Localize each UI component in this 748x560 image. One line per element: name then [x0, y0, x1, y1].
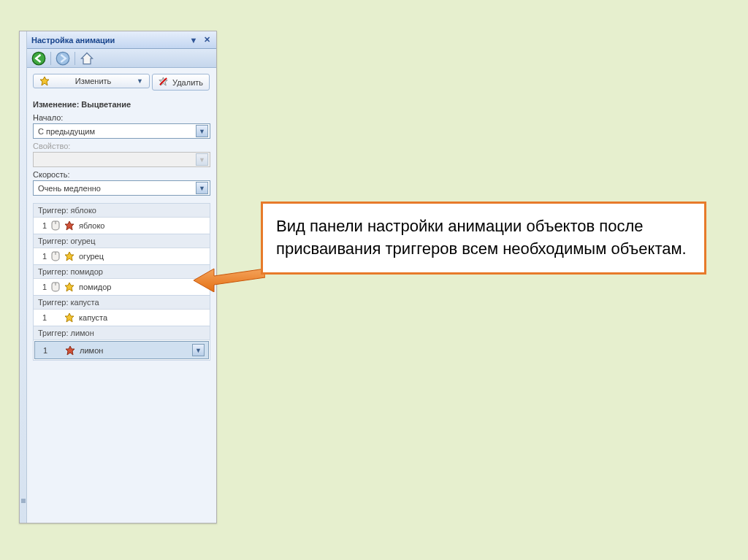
info-callout: Вид панели настройки анимации объектов п…: [261, 202, 706, 275]
effect-star-icon: [64, 251, 75, 261]
trigger-index: 1: [38, 313, 47, 322]
effect-star-icon: [64, 282, 75, 292]
trigger-group: Триггер: яблоко1яблоко: [34, 204, 210, 234]
svg-marker-2: [40, 77, 49, 85]
trigger-item-name: помидор: [79, 283, 111, 291]
trigger-index: 1: [38, 221, 47, 230]
chevron-down-icon: ▼: [196, 182, 208, 194]
mouse-icon: [51, 220, 60, 231]
nav-forward-icon: [56, 51, 70, 66]
svg-marker-8: [65, 252, 74, 261]
panel-navbar: [27, 49, 216, 68]
nav-back-icon[interactable]: [31, 51, 46, 66]
close-icon[interactable]: ✕: [202, 35, 212, 45]
trigger-item-name: лимон: [80, 346, 103, 355]
panel-body: Настройка анимации ▼ ✕ Изменить ▼: [27, 31, 216, 523]
nav-separator: [50, 52, 51, 65]
remove-button-label: Удалить: [172, 78, 203, 87]
trigger-group: Триггер: помидор1помидор: [34, 265, 210, 296]
trigger-item[interactable]: 1огурец: [34, 248, 210, 264]
chevron-down-icon: ▼: [137, 77, 143, 85]
trigger-list: Триггер: яблоко1яблокоТриггер: огурец1ог…: [33, 203, 210, 361]
trigger-header: Триггер: капуста: [34, 296, 210, 310]
trigger-group: Триггер: огурец1огурец: [34, 234, 210, 265]
trigger-item-name: яблоко: [79, 221, 104, 230]
trigger-group: Триггер: лимон1лимон▼: [34, 326, 210, 359]
trigger-item[interactable]: 1капуста: [34, 310, 210, 326]
trigger-index: 1: [39, 346, 47, 355]
speed-select-value: Очень медленно: [38, 184, 101, 193]
property-select: ▼: [33, 152, 210, 167]
svg-point-0: [32, 52, 45, 65]
trigger-header: Триггер: яблоко: [34, 204, 210, 218]
callout-text: Вид панели настройки анимации объектов п…: [276, 217, 687, 258]
svg-marker-11: [65, 313, 74, 322]
chevron-down-icon: ▼: [196, 153, 208, 166]
svg-marker-10: [65, 283, 74, 291]
callout-arrow: [192, 263, 265, 292]
speed-select[interactable]: Очень медленно ▼: [33, 180, 210, 196]
trigger-item[interactable]: 1помидор: [34, 279, 210, 295]
dropdown-icon[interactable]: ▼: [188, 35, 199, 45]
trigger-header: Триггер: лимон: [34, 326, 210, 340]
trigger-item-name: капуста: [79, 313, 107, 322]
trigger-item-name: огурец: [79, 252, 104, 261]
start-label: Начало:: [33, 113, 210, 122]
delete-icon: [159, 77, 168, 88]
chevron-down-icon: ▼: [196, 125, 208, 137]
trigger-index: 1: [38, 283, 47, 291]
mouse-icon: [51, 251, 60, 261]
drag-handle[interactable]: [21, 499, 26, 503]
panel-title: Настройка анимации: [31, 36, 186, 45]
effect-section-title: Изменение: Выцветание: [33, 100, 210, 109]
trigger-item[interactable]: 1лимон▼: [34, 341, 209, 359]
animation-panel: Настройка анимации ▼ ✕ Изменить ▼: [19, 31, 217, 523]
effect-star-icon: [64, 312, 75, 323]
star-icon: [39, 76, 50, 86]
property-label: Свойство:: [33, 142, 210, 150]
remove-button[interactable]: Удалить: [152, 74, 210, 91]
change-button-label: Изменить: [54, 77, 132, 85]
mouse-icon: [51, 282, 60, 292]
svg-marker-12: [66, 346, 75, 355]
panel-dock-strip: [20, 31, 27, 523]
speed-label: Скорость:: [33, 170, 210, 179]
start-select-value: С предыдущим: [38, 127, 95, 136]
panel-content: Изменить ▼ Удалить Изменение: Выцветание…: [27, 68, 216, 523]
effect-star-icon: [64, 220, 75, 231]
svg-marker-13: [194, 269, 265, 292]
nav-separator: [75, 52, 75, 65]
nav-home-icon[interactable]: [80, 51, 94, 66]
start-select[interactable]: С предыдущим ▼: [33, 123, 210, 139]
trigger-group: Триггер: капуста1капуста: [34, 296, 210, 326]
trigger-header: Триггер: помидор: [34, 265, 210, 279]
trigger-item[interactable]: 1яблоко: [34, 218, 210, 234]
trigger-index: 1: [38, 252, 47, 261]
panel-titlebar: Настройка анимации ▼ ✕: [27, 31, 216, 49]
svg-marker-6: [65, 221, 74, 230]
trigger-header: Триггер: огурец: [34, 234, 210, 248]
change-button[interactable]: Изменить ▼: [33, 74, 150, 88]
chevron-down-icon[interactable]: ▼: [192, 344, 205, 356]
effect-star-icon: [65, 345, 75, 356]
svg-point-1: [56, 52, 69, 65]
